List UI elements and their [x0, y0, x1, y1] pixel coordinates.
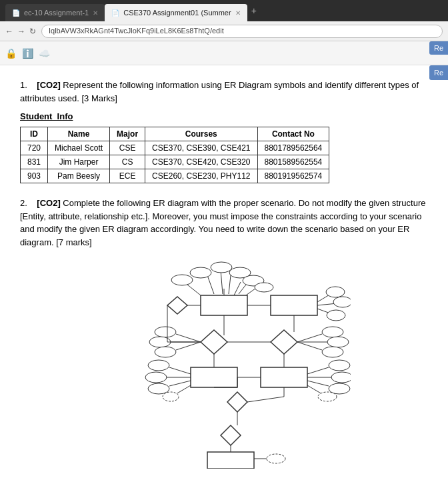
- svg-line-3: [221, 270, 223, 294]
- table-row: 720 Michael Scott CSE CSE370, CSE390, CS…: [21, 141, 329, 155]
- svg-rect-38: [191, 367, 237, 387]
- svg-marker-61: [221, 425, 241, 445]
- svg-marker-21: [201, 330, 227, 354]
- tab-icon: 📄: [12, 9, 20, 17]
- svg-rect-8: [201, 295, 247, 315]
- svg-point-47: [163, 392, 179, 401]
- svg-point-17: [333, 297, 351, 307]
- cell-contact-3: 8801919562574: [257, 169, 329, 183]
- section-title: Student_Info: [20, 111, 428, 121]
- content-area: Re 1. [CO2] Represent the following info…: [0, 65, 448, 480]
- svg-point-52: [331, 372, 351, 383]
- col-name: Name: [48, 127, 110, 141]
- cell-id-2: 831: [21, 155, 48, 169]
- toolbar-icons: 🔒 ℹ️ ☁️: [5, 48, 50, 59]
- cell-major-1: CSE: [110, 141, 145, 155]
- svg-rect-39: [261, 367, 307, 387]
- svg-marker-11: [167, 297, 187, 314]
- cell-id-3: 903: [21, 169, 48, 183]
- address-bar: ← → ↻ IqlbAVW3xRkAGnt4TwcJloKFq9iLeL8K6E…: [0, 21, 448, 41]
- refresh-icon[interactable]: ↻: [29, 27, 36, 36]
- svg-point-73: [255, 283, 273, 292]
- svg-line-26: [176, 342, 201, 350]
- question-1: 1. [CO2] Represent the following informa…: [20, 79, 428, 183]
- svg-line-30: [297, 334, 322, 342]
- table-header-row: ID Name Major Courses Contact No: [21, 127, 329, 141]
- table-row: 831 Jim Harper CS CSE370, CSE420, CSE320…: [21, 155, 329, 169]
- cell-major-3: ECE: [110, 169, 145, 183]
- tab-assignment1[interactable]: 📄 ec-10 Assignment-1 ✕: [5, 4, 105, 21]
- tab-close-icon[interactable]: ✕: [93, 9, 98, 17]
- svg-point-33: [322, 327, 343, 337]
- svg-line-46: [176, 385, 191, 394]
- tab-label2: CSE370 Assignment01 (Summer: [123, 9, 231, 17]
- tab-label: ec-10 Assignment-1: [24, 9, 89, 17]
- cell-major-2: CS: [110, 155, 145, 169]
- cloud-icon[interactable]: ☁️: [39, 48, 50, 59]
- svg-point-18: [327, 310, 345, 321]
- col-contact: Contact No: [257, 127, 329, 141]
- tab-close2-icon[interactable]: ✕: [235, 9, 241, 17]
- svg-line-32: [297, 342, 322, 350]
- q2-body: Complete the following ER diagram with t…: [20, 198, 425, 247]
- svg-marker-59: [227, 392, 247, 412]
- svg-point-35: [322, 347, 343, 357]
- tab-row: 📄 ec-10 Assignment-1 ✕ 📄 CSE370 Assignme…: [5, 0, 261, 21]
- svg-point-51: [329, 360, 350, 371]
- forward-icon[interactable]: →: [17, 27, 25, 36]
- svg-point-68: [171, 275, 193, 285]
- toolbar: 🔒 ℹ️ ☁️: [0, 41, 448, 65]
- q1-text: 1. [CO2] Represent the following informa…: [20, 79, 428, 105]
- cell-name-1: Michael Scott: [48, 141, 110, 155]
- col-courses: Courses: [145, 127, 257, 141]
- cell-courses-2: CSE370, CSE420, CSE320: [145, 155, 257, 169]
- svg-line-67: [247, 397, 284, 402]
- q2-number: 2.: [20, 198, 27, 208]
- svg-point-44: [145, 372, 167, 383]
- info-icon[interactable]: ℹ️: [22, 48, 33, 59]
- col-major: Major: [110, 127, 145, 141]
- svg-point-16: [326, 287, 345, 297]
- q1-tag: [CO2]: [37, 80, 60, 90]
- q1-number: 1.: [20, 80, 27, 90]
- back-icon[interactable]: ←: [5, 27, 13, 36]
- svg-point-69: [190, 267, 211, 278]
- svg-line-54: [307, 385, 322, 394]
- svg-rect-12: [271, 295, 317, 315]
- er-diagram: [97, 255, 351, 469]
- cell-name-3: Pam Beesly: [48, 169, 110, 183]
- cell-contact-1: 8801789562564: [257, 141, 329, 155]
- q2-spacer: [29, 198, 34, 208]
- svg-line-40: [169, 367, 191, 374]
- address-input[interactable]: IqlbAVW3xRkAGnt4TwcJloKFq9iLeL8K6Es8ThtQ…: [41, 25, 443, 38]
- re-button-display[interactable]: Re: [429, 65, 448, 80]
- cell-courses-1: CSE370, CSE390, CSE421: [145, 141, 257, 155]
- cell-courses-3: CSE260, CSE230, PHY112: [145, 169, 257, 183]
- svg-point-65: [267, 454, 285, 463]
- question-2: 2. [CO2] Complete the following ER diagr…: [20, 197, 428, 469]
- svg-point-43: [148, 360, 169, 371]
- cell-contact-2: 8801589562554: [257, 155, 329, 169]
- svg-point-55: [318, 392, 337, 401]
- new-tab-button[interactable]: +: [247, 5, 261, 16]
- browser-chrome: 📄 ec-10 Assignment-1 ✕ 📄 CSE370 Assignme…: [0, 0, 448, 21]
- q1-spacer: [29, 80, 34, 90]
- tab-icon2: 📄: [111, 9, 119, 17]
- tab-cse370[interactable]: 📄 CSE370 Assignment01 (Summer ✕: [105, 4, 247, 21]
- svg-line-48: [307, 367, 329, 374]
- svg-point-34: [327, 337, 349, 347]
- svg-line-4: [229, 275, 231, 294]
- svg-line-42: [169, 381, 191, 386]
- svg-line-5: [234, 282, 241, 295]
- cell-id-1: 720: [21, 141, 48, 155]
- svg-line-24: [176, 334, 201, 342]
- er-diagram-svg: [97, 255, 351, 469]
- q2-text: 2. [CO2] Complete the following ER diagr…: [20, 197, 428, 249]
- nav-icons: ← → ↻: [5, 27, 36, 36]
- student-table: ID Name Major Courses Contact No 720 Mic…: [20, 127, 329, 183]
- svg-line-2: [207, 275, 214, 294]
- cell-name-2: Jim Harper: [48, 155, 110, 169]
- table-row: 903 Pam Beesly ECE CSE260, CSE230, PHY11…: [21, 169, 329, 183]
- re-button[interactable]: Re: [429, 41, 448, 55]
- lock-icon[interactable]: 🔒: [5, 48, 17, 59]
